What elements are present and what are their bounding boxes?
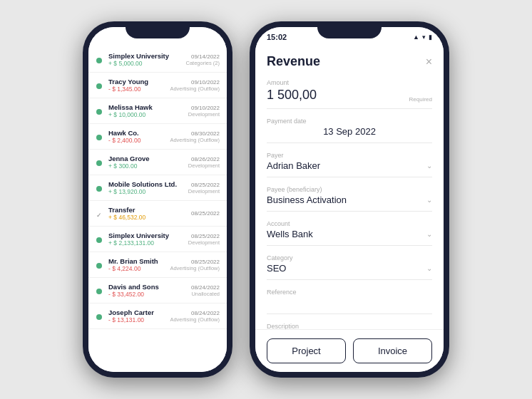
reference-field: Reference <box>267 289 432 314</box>
txn-name: Simplex University <box>108 52 183 60</box>
txn-status-icon: ✓ <box>94 207 104 220</box>
payer-label: Payer <box>267 152 432 159</box>
check-icon: ✓ <box>96 212 102 219</box>
txn-amount: - $ 2,400.00 <box>108 137 167 144</box>
transaction-item[interactable]: Simplex University+ $ 2,133,131.0008/25/… <box>88 227 227 252</box>
transaction-item[interactable]: Mr. Brian Smith- $ 4,224.0008/25/2022Adv… <box>88 252 227 278</box>
txn-category: Development <box>188 162 220 169</box>
transaction-item[interactable]: Jenna Grove+ $ 300.0008/26/2022Developme… <box>88 150 227 175</box>
dot-icon <box>96 289 102 294</box>
txn-name: Simplex University <box>108 232 185 239</box>
panel-title: Revenue <box>267 54 320 69</box>
txn-name: Transfer <box>108 206 188 214</box>
txn-date: 08/25/2022 <box>188 233 220 239</box>
txn-name: Mobile Solutions Ltd. <box>108 180 185 188</box>
transaction-item[interactable]: Hawk Co.- $ 2,400.0008/30/2022Advertisin… <box>88 124 227 150</box>
transaction-item[interactable]: Melissa Hawk+ $ 10,000.0009/10/2022Devel… <box>88 98 227 124</box>
right-phone: 15:02 ▲ ▾ ▮ Revenue × Amount <box>250 21 449 378</box>
dot-icon <box>96 58 102 63</box>
account-dropdown-icon[interactable]: ⌄ <box>426 230 432 238</box>
transaction-item[interactable]: Tracy Young- $ 1,345.0009/10/2022Adverti… <box>88 73 227 98</box>
invoice-button[interactable]: Invoice <box>353 338 432 363</box>
payer-dropdown-icon[interactable]: ⌄ <box>426 162 432 170</box>
txn-date: 08/30/2022 <box>170 130 220 137</box>
transaction-item[interactable]: Simplex University+ $ 5,000.0009/14/2022… <box>88 47 227 73</box>
txn-category: Advertising (Outflow) <box>170 86 220 92</box>
txn-amount: - $ 4,224.00 <box>108 265 167 272</box>
txn-category: Advertising (Outflow) <box>170 137 220 143</box>
right-content: 15:02 ▲ ▾ ▮ Revenue × Amount <box>255 27 444 372</box>
wifi-icon: ▾ <box>422 33 426 41</box>
txn-status-icon <box>94 233 104 246</box>
transaction-list: Simplex University+ $ 5,000.0009/14/2022… <box>88 27 227 372</box>
right-screen: 15:02 ▲ ▾ ▮ Revenue × Amount <box>255 27 444 372</box>
reference-value[interactable] <box>267 297 432 308</box>
description-label: Description <box>267 323 432 329</box>
transaction-item[interactable]: Mobile Solutions Ltd.+ $ 13,920.0008/25/… <box>88 175 227 201</box>
close-button[interactable]: × <box>426 56 432 68</box>
revenue-panel: Revenue × Amount 1 500,00 Required P <box>255 44 444 329</box>
txn-date: 08/25/2022 <box>191 210 220 217</box>
txn-status-icon <box>94 156 104 169</box>
txn-name: Jenna Grove <box>108 155 185 162</box>
transaction-item[interactable]: Joseph Carter- $ 13,131.0008/24/2022Adve… <box>88 304 227 329</box>
status-bar: 15:02 ▲ ▾ ▮ <box>255 27 444 44</box>
txn-date: 08/24/2022 <box>191 284 220 291</box>
payer-value[interactable]: Adrian Baker <box>267 160 320 171</box>
txn-date: 08/26/2022 <box>188 156 220 162</box>
payment-date-value[interactable]: 13 Sep 2022 <box>267 126 432 137</box>
transaction-item[interactable]: ✓Transfer+ $ 46,532.0008/25/2022 <box>88 201 227 227</box>
txn-amount: + $ 13,920.00 <box>108 188 185 195</box>
amount-required: Required <box>409 96 432 103</box>
txn-date: 09/10/2022 <box>188 105 220 111</box>
battery-icon: ▮ <box>429 33 432 41</box>
category-value[interactable]: SEO <box>267 263 286 274</box>
txn-status-icon <box>94 105 104 118</box>
payee-label: Payee (beneficiary) <box>267 186 432 193</box>
txn-date: 09/10/2022 <box>170 79 220 86</box>
txn-name: Hawk Co. <box>108 129 167 137</box>
txn-category: Unallocated <box>191 291 220 297</box>
txn-status-icon <box>94 130 104 143</box>
txn-amount: + $ 46,532.00 <box>108 214 188 221</box>
account-value[interactable]: Wells Bank <box>267 229 313 239</box>
dot-icon <box>96 186 102 192</box>
txn-status-icon <box>94 79 104 92</box>
transaction-item[interactable]: Davis and Sons- $ 33,452.0008/24/2022Una… <box>88 278 227 304</box>
amount-field: Amount 1 500,00 Required <box>267 79 432 109</box>
signal-icon: ▲ <box>413 33 419 41</box>
txn-amount: + $ 2,133,131.00 <box>108 239 185 247</box>
description-field: Description For SEO services <box>267 323 432 329</box>
txn-category: Development <box>188 188 220 195</box>
payer-field: Payer Adrian Baker ⌄ <box>267 152 432 177</box>
amount-value[interactable]: 1 500,00 <box>267 88 317 103</box>
txn-date: 08/25/2022 <box>170 259 220 265</box>
txn-amount: - $ 33,452.00 <box>108 291 188 298</box>
payment-date-label: Payment date <box>267 118 432 125</box>
status-icons: ▲ ▾ ▮ <box>413 33 432 41</box>
panel-header: Revenue × <box>267 54 432 69</box>
category-field: Category SEO ⌄ <box>267 254 432 280</box>
payment-date-field: Payment date 13 Sep 2022 <box>267 118 432 143</box>
home-indicator-right <box>321 24 378 26</box>
amount-label: Amount <box>267 79 317 86</box>
txn-amount: - $ 13,131.00 <box>108 316 167 323</box>
txn-name: Davis and Sons <box>108 283 188 291</box>
account-field: Account Wells Bank ⌄ <box>267 220 432 246</box>
project-button[interactable]: Project <box>267 338 346 363</box>
txn-category: Categories (2) <box>185 60 220 66</box>
status-time: 15:02 <box>267 33 287 41</box>
dot-icon <box>96 109 102 115</box>
txn-amount: + $ 10,000.00 <box>108 111 185 118</box>
txn-name: Tracy Young <box>108 78 167 86</box>
payee-dropdown-icon[interactable]: ⌄ <box>426 196 432 204</box>
txn-amount: + $ 300.00 <box>108 162 185 170</box>
left-screen: Simplex University+ $ 5,000.0009/14/2022… <box>88 27 227 372</box>
account-label: Account <box>267 220 432 227</box>
txn-date: 08/24/2022 <box>170 310 220 316</box>
payee-value[interactable]: Business Activation <box>267 195 347 205</box>
txn-name: Melissa Hawk <box>108 103 185 111</box>
bottom-buttons: Project Invoice <box>255 329 444 372</box>
category-dropdown-icon[interactable]: ⌄ <box>426 264 432 272</box>
category-label: Category <box>267 254 432 261</box>
